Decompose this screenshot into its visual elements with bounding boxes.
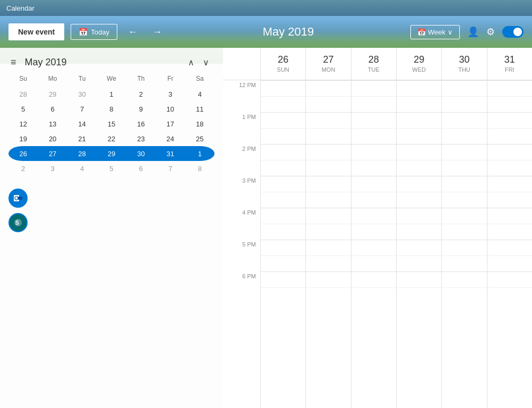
cal-day-col-tue[interactable]	[351, 80, 396, 408]
hour-cell[interactable]	[306, 240, 350, 271]
person-icon[interactable]: 👤	[467, 26, 479, 38]
mini-cal-day[interactable]: 6	[133, 161, 148, 176]
mini-cal-day-31[interactable]: 31	[156, 146, 185, 161]
mini-cal-day[interactable]: 8	[192, 161, 207, 176]
hour-cell[interactable]	[351, 208, 396, 240]
mini-cal-day[interactable]: 10	[163, 101, 178, 116]
mini-cal-day[interactable]: 17	[163, 116, 178, 131]
hour-cell[interactable]	[351, 240, 396, 271]
hour-cell[interactable]	[487, 80, 532, 112]
mini-cal-day[interactable]: 25	[192, 131, 207, 146]
hour-cell[interactable]	[442, 144, 486, 176]
mini-cal-day[interactable]: 3	[163, 87, 178, 101]
hour-cell[interactable]	[351, 112, 396, 144]
mini-cal-next-button[interactable]: ∨	[200, 56, 212, 69]
mini-cal-day[interactable]: 28	[16, 87, 31, 101]
hour-cell[interactable]	[442, 240, 486, 271]
mini-cal-day[interactable]: 2	[133, 87, 148, 101]
mini-cal-day[interactable]: 13	[45, 116, 60, 131]
hour-cell[interactable]	[351, 80, 396, 112]
mini-cal-day-30[interactable]: 30	[126, 146, 156, 161]
cal-day-col-wed[interactable]	[396, 80, 441, 408]
mini-cal-day[interactable]: 21	[75, 131, 90, 146]
hour-cell[interactable]	[261, 271, 305, 303]
hour-cell[interactable]	[261, 80, 305, 112]
nav-forward-button[interactable]: →	[148, 24, 166, 40]
toggle-switch[interactable]	[502, 26, 524, 38]
hour-cell[interactable]	[351, 176, 396, 208]
mini-cal-day[interactable]: 6	[45, 101, 60, 116]
week-view-button[interactable]: 📅 Week ∨	[410, 25, 460, 39]
sharepoint-icon[interactable]: S	[8, 213, 28, 232]
hour-cell[interactable]	[487, 112, 532, 144]
hour-cell[interactable]	[261, 144, 305, 176]
mini-cal-day[interactable]: 9	[133, 101, 148, 116]
mini-cal-day[interactable]: 1	[104, 87, 119, 101]
mini-cal-day[interactable]: 3	[45, 161, 60, 176]
hour-cell[interactable]	[487, 240, 532, 271]
hour-cell[interactable]	[397, 176, 441, 208]
hamburger-menu-icon[interactable]: ≡	[11, 57, 16, 68]
mini-cal-day[interactable]: 16	[133, 116, 148, 131]
mini-cal-day[interactable]: 2	[16, 161, 31, 176]
hour-cell[interactable]	[261, 176, 305, 208]
mini-cal-day[interactable]: 4	[192, 87, 207, 101]
mini-cal-day[interactable]: 4	[75, 161, 90, 176]
hour-cell[interactable]	[306, 208, 350, 240]
hour-cell[interactable]	[397, 271, 441, 303]
mini-cal-day[interactable]: 24	[163, 131, 178, 146]
mini-cal-day[interactable]: 20	[45, 131, 60, 146]
new-event-button[interactable]: New event	[8, 23, 64, 40]
hour-cell[interactable]	[351, 144, 396, 176]
hour-cell[interactable]	[261, 112, 305, 144]
mini-cal-day[interactable]: 8	[104, 101, 119, 116]
hour-cell[interactable]	[306, 271, 350, 303]
mini-cal-day[interactable]: 23	[133, 131, 148, 146]
cal-day-col-sun[interactable]	[260, 80, 305, 408]
hour-cell[interactable]	[397, 112, 441, 144]
hour-cell[interactable]	[397, 208, 441, 240]
hour-cell[interactable]	[442, 271, 486, 303]
settings-icon[interactable]: ⚙	[486, 26, 495, 38]
hour-cell[interactable]	[487, 271, 532, 303]
nav-back-button[interactable]: ←	[124, 24, 142, 40]
hour-cell[interactable]	[442, 176, 486, 208]
hour-cell[interactable]	[442, 112, 486, 144]
mini-cal-day[interactable]: 5	[16, 101, 31, 116]
mini-cal-day-june1[interactable]: 1	[185, 146, 214, 161]
mini-cal-day[interactable]: 19	[16, 131, 31, 146]
mini-cal-day[interactable]: 18	[192, 116, 207, 131]
cal-day-col-fri[interactable]	[487, 80, 532, 408]
mini-cal-day[interactable]: 22	[104, 131, 119, 146]
mini-cal-day[interactable]: 7	[163, 161, 178, 176]
hour-cell[interactable]	[397, 80, 441, 112]
mini-cal-day[interactable]: 11	[192, 101, 207, 116]
mini-cal-day-27[interactable]: 27	[38, 146, 67, 161]
hour-cell[interactable]	[306, 80, 350, 112]
mini-cal-day-29[interactable]: 29	[97, 146, 126, 161]
hour-cell[interactable]	[397, 240, 441, 271]
hour-cell[interactable]	[261, 208, 305, 240]
mini-cal-day[interactable]: 7	[75, 101, 90, 116]
today-button[interactable]: 📅 Today	[71, 24, 117, 40]
hour-cell[interactable]	[487, 176, 532, 208]
mini-cal-day[interactable]: 29	[45, 87, 60, 101]
cal-day-col-thu[interactable]	[441, 80, 486, 408]
mini-cal-prev-button[interactable]: ∧	[185, 56, 198, 69]
mini-cal-day[interactable]: 5	[104, 161, 119, 176]
mini-cal-day-26[interactable]: 26	[8, 146, 38, 161]
hour-cell[interactable]	[487, 208, 532, 240]
hour-cell[interactable]	[397, 144, 441, 176]
mini-cal-day-28[interactable]: 28	[67, 146, 97, 161]
hour-cell[interactable]	[306, 112, 350, 144]
hour-cell[interactable]	[487, 144, 532, 176]
hour-cell[interactable]	[442, 208, 486, 240]
hour-cell[interactable]	[351, 271, 396, 303]
mini-cal-day[interactable]: 30	[75, 87, 90, 101]
hour-cell[interactable]	[306, 176, 350, 208]
outlook-icon[interactable]: O	[8, 189, 28, 208]
mini-cal-day[interactable]: 12	[16, 116, 31, 131]
mini-cal-day[interactable]: 14	[75, 116, 90, 131]
cal-day-col-mon[interactable]	[305, 80, 350, 408]
mini-cal-day[interactable]: 15	[104, 116, 119, 131]
